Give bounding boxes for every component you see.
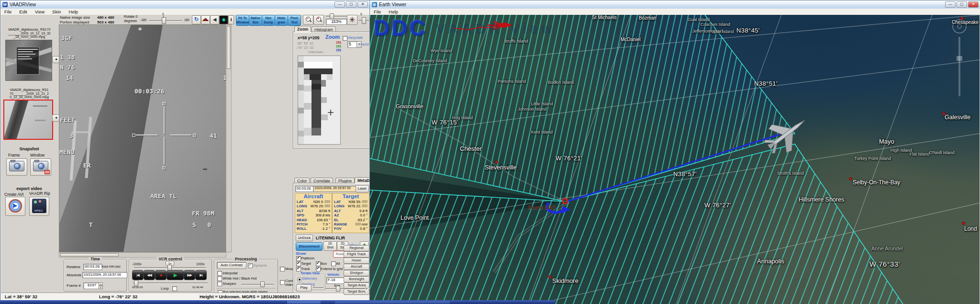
clip1-thumbnail[interactable] bbox=[5, 40, 52, 81]
zoom-level-slider[interactable] bbox=[326, 16, 347, 17]
snapshot-window-button[interactable] bbox=[30, 158, 51, 176]
nav-controls[interactable] bbox=[953, 20, 966, 96]
rotate-reset-button[interactable]: ↻ bbox=[192, 15, 201, 24]
earth-viewer-titlebar[interactable]: ◎ Earth Viewer — ▢ ✕ bbox=[370, 0, 980, 9]
loop-checkbox[interactable] bbox=[172, 286, 177, 291]
view-regional-button[interactable]: Regional bbox=[344, 245, 369, 251]
vaadr-rip-button[interactable]: .MPEG bbox=[29, 197, 49, 216]
absolute-time-field[interactable]: 10/21/2009, 20:15:57.00 bbox=[82, 272, 127, 278]
pixel-zoom-canvas[interactable] bbox=[298, 56, 341, 145]
relative-time-field[interactable]: 00:03:26 bbox=[83, 264, 102, 270]
disconnect-button[interactable]: Disconnect bbox=[296, 242, 323, 251]
interpolate-checkbox[interactable] bbox=[217, 271, 222, 276]
vaadr-ghost-watermark: VAADR View bbox=[436, 21, 556, 37]
meta-datetime-field[interactable]: 10/21/2009, 20:15:57.00 bbox=[313, 186, 357, 192]
fit-to-window-button[interactable]: Fit To Window bbox=[236, 15, 249, 26]
contr-video-checkbox[interactable] bbox=[280, 280, 285, 285]
skip-start-button[interactable]: |◀ bbox=[132, 270, 144, 280]
menu-view[interactable]: View bbox=[31, 9, 48, 14]
skip-end-button[interactable]: ▶| bbox=[195, 270, 207, 280]
video-vscroll-thumb[interactable] bbox=[227, 26, 231, 69]
view-flight-track-button[interactable]: Flight Track bbox=[344, 251, 369, 258]
track-checkbox[interactable] bbox=[296, 267, 301, 271]
view-shotgun-button[interactable]: Shotgun bbox=[344, 270, 369, 276]
menu-file[interactable]: File bbox=[0, 9, 15, 14]
hex-dump-button[interactable]: Hex Dump bbox=[262, 15, 275, 26]
map-view[interactable]: DDC VAADR View N38°45' N38°51' N38°57' W… bbox=[370, 15, 980, 304]
video-viewport[interactable]: * 3GF 1.2 8260 1 38 N 76 14 166681 00:03… bbox=[59, 24, 226, 252]
sharpen-slider-thumb[interactable] bbox=[260, 281, 265, 287]
flip-horizontal-button[interactable]: ◢◣ bbox=[201, 15, 210, 24]
native-size-value: 480 x 480 bbox=[97, 15, 114, 20]
play-button[interactable]: ▶ bbox=[167, 270, 184, 280]
view-boresight-button[interactable]: Boresight bbox=[344, 276, 369, 282]
native-size-button[interactable]: Native Size bbox=[249, 15, 262, 26]
menu-help[interactable]: Help bbox=[385, 9, 402, 14]
taskbar-item[interactable] bbox=[335, 301, 450, 304]
view-aircraft-button[interactable]: Aircraft bbox=[344, 264, 369, 270]
undock-button[interactable]: UnDock bbox=[296, 235, 313, 241]
zoom-out-button[interactable]: − bbox=[303, 15, 313, 25]
sharpen-checkbox[interactable] bbox=[217, 281, 222, 286]
seek-slider[interactable] bbox=[133, 282, 208, 284]
zoom-in-button[interactable]: + bbox=[313, 15, 324, 25]
2d-street-button[interactable]: 2D Stret bbox=[323, 241, 337, 251]
rotate-slider-thumb[interactable] bbox=[162, 17, 166, 24]
maximize-button[interactable]: ▢ bbox=[346, 1, 356, 8]
tab-zoom[interactable]: Zoom bbox=[294, 26, 311, 32]
create-avi-button[interactable]: ▶ bbox=[5, 197, 25, 216]
maximize-button[interactable]: ▢ bbox=[957, 1, 967, 8]
auto-contrast-button[interactable]: Auto Contrast bbox=[217, 262, 246, 269]
close-button[interactable]: ✕ bbox=[968, 1, 979, 8]
flip-vertical-button[interactable]: ◀ bbox=[210, 15, 219, 24]
frame-spinner[interactable]: ▲▼ bbox=[99, 282, 103, 289]
histogram-button[interactable]: Histo gram bbox=[275, 15, 288, 26]
menu-help[interactable]: Help bbox=[65, 9, 82, 14]
info-button[interactable]: i bbox=[228, 15, 234, 24]
close-button[interactable]: ✕ bbox=[357, 1, 368, 8]
menu-file[interactable]: File bbox=[370, 9, 385, 14]
dynamic-checkbox[interactable] bbox=[248, 263, 253, 268]
pixel-text-button[interactable]: Pixel Text bbox=[288, 15, 301, 26]
taskbar-item[interactable] bbox=[287, 301, 321, 304]
playback-slider[interactable] bbox=[313, 287, 323, 289]
taskbar[interactable] bbox=[0, 300, 555, 304]
rewind-button[interactable]: ◀◀ bbox=[144, 270, 155, 280]
resize-grip[interactable] bbox=[365, 287, 369, 292]
snapshot-frame-button[interactable] bbox=[6, 158, 27, 176]
minimize-button[interactable]: — bbox=[334, 1, 345, 8]
vaadrview-titlebar[interactable]: W VAADRView — ▢ ✕ bbox=[0, 0, 370, 9]
mosaic-checkbox[interactable] bbox=[280, 267, 285, 271]
compass-button[interactable] bbox=[347, 15, 357, 25]
platform-label: Platform bbox=[301, 256, 314, 260]
crosshair-square bbox=[132, 134, 135, 137]
sharpen-slider[interactable] bbox=[241, 284, 274, 285]
zoom-factor-dropdown[interactable]: 5 ▼ bbox=[347, 41, 362, 48]
stationary-radio[interactable] bbox=[297, 277, 302, 282]
view-hover-button[interactable]: Hover bbox=[344, 258, 369, 264]
menu-skin[interactable]: Skin bbox=[48, 9, 65, 14]
clip2-thumbnail-selected[interactable] bbox=[3, 100, 53, 140]
extend-checkbox[interactable] bbox=[316, 267, 321, 271]
video-hscroll-thumb[interactable] bbox=[60, 253, 119, 257]
size-slider-thumb[interactable] bbox=[336, 286, 340, 292]
frame-number-field[interactable]: 6197 bbox=[83, 282, 100, 289]
pan-slider-thumb[interactable] bbox=[362, 17, 366, 24]
zoom-level-field[interactable]: 153% bbox=[326, 19, 347, 25]
palette-button[interactable]: ◆ bbox=[219, 15, 228, 24]
play-view-button[interactable]: Play bbox=[296, 284, 312, 292]
video-hscrollbar[interactable] bbox=[59, 252, 226, 258]
fast-forward-button[interactable]: ▶▶ bbox=[184, 270, 195, 280]
record-button[interactable]: ● bbox=[155, 270, 167, 280]
white-hot-checkbox[interactable] bbox=[217, 276, 222, 281]
row-key: LONG bbox=[334, 204, 345, 208]
laser-button[interactable]: Laser bbox=[356, 185, 369, 192]
interpolate-zoom-checkbox[interactable] bbox=[343, 36, 347, 41]
minimize-button[interactable]: — bbox=[945, 1, 956, 8]
all-checkbox[interactable] bbox=[331, 261, 336, 266]
thumb2-hud bbox=[33, 105, 47, 107]
menu-edit[interactable]: Edit bbox=[15, 9, 31, 14]
meta-time-field[interactable]: 00:03:26 bbox=[295, 186, 314, 192]
video-vscrollbar[interactable] bbox=[226, 24, 232, 252]
target-marker[interactable] bbox=[563, 199, 568, 203]
